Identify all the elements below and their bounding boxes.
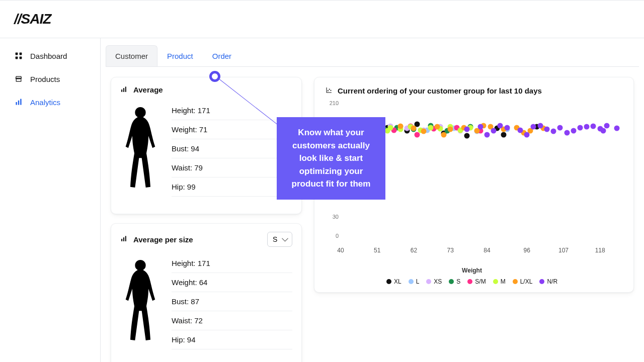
scatter-dot[interactable] bbox=[584, 124, 590, 130]
legend-item[interactable]: S/M bbox=[467, 278, 486, 285]
metric-row: Height: 171 bbox=[172, 101, 292, 120]
scatter-dot[interactable] bbox=[501, 132, 506, 137]
scatter-dot[interactable] bbox=[484, 132, 490, 137]
legend-item[interactable]: XL bbox=[386, 278, 401, 285]
card-average-per-size: Average per size S Height: 171Weight: 64 bbox=[111, 223, 302, 362]
legend-label: XL bbox=[394, 278, 401, 285]
scatter-dot[interactable] bbox=[441, 132, 446, 137]
scatter-dot[interactable] bbox=[411, 125, 417, 131]
tab-order[interactable]: Order bbox=[203, 45, 241, 66]
x-tick: 73 bbox=[447, 247, 454, 254]
tab-customer[interactable]: Customer bbox=[106, 45, 157, 66]
metric-row: Bust: 87 bbox=[172, 292, 292, 311]
scatter-dot[interactable] bbox=[428, 125, 433, 130]
scatter-dot[interactable] bbox=[571, 128, 576, 133]
card-title-text: Average per size bbox=[133, 235, 193, 244]
scatter-dot[interactable] bbox=[361, 125, 367, 130]
metrics-list: Height: 171Weight: 71Bust: 94Waist: 79Hi… bbox=[172, 101, 292, 204]
chart-x-axis: 405162738496107118 bbox=[341, 245, 623, 257]
main: Customer Product Order Average bbox=[101, 38, 644, 362]
body-silhouette-icon bbox=[120, 101, 160, 204]
scatter-dot[interactable] bbox=[614, 125, 619, 131]
scatter-dot[interactable] bbox=[591, 124, 596, 129]
x-tick: 96 bbox=[524, 247, 530, 254]
scatter-dot[interactable] bbox=[448, 127, 453, 132]
x-tick: 62 bbox=[411, 247, 417, 254]
size-select[interactable]: S bbox=[267, 232, 292, 247]
sidebar-item-label: Products bbox=[30, 75, 60, 83]
x-tick: 107 bbox=[558, 247, 569, 254]
scatter-dot[interactable] bbox=[398, 124, 404, 129]
y-tick: 30 bbox=[333, 214, 339, 220]
scatter-dot[interactable] bbox=[551, 129, 556, 134]
metrics-list: Height: 171Weight: 64Bust: 87Waist: 72Hi… bbox=[172, 254, 292, 356]
legend-item[interactable]: S bbox=[449, 278, 460, 285]
svg-rect-7 bbox=[121, 89, 122, 92]
scatter-dot[interactable] bbox=[368, 124, 373, 130]
scatter-dot[interactable] bbox=[355, 127, 360, 132]
legend-label: S bbox=[456, 278, 460, 285]
scatter-dot[interactable] bbox=[531, 124, 536, 130]
scatter-dot[interactable] bbox=[421, 129, 427, 134]
scatter-dot[interactable] bbox=[564, 130, 570, 135]
legend-item[interactable]: XS bbox=[426, 278, 442, 285]
y-tick: 0 bbox=[336, 233, 339, 239]
scatter-dot[interactable] bbox=[524, 132, 530, 137]
sidebar-item-label: Dashboard bbox=[30, 52, 67, 60]
scatter-dot[interactable] bbox=[498, 123, 503, 128]
legend-swatch-icon bbox=[449, 279, 454, 284]
bars-icon bbox=[14, 98, 23, 107]
scatter-dot[interactable] bbox=[491, 128, 497, 133]
svg-rect-2 bbox=[16, 57, 18, 59]
scatter-dot[interactable] bbox=[601, 128, 606, 133]
right-column: Current ordering of your customer group … bbox=[314, 77, 634, 362]
sidebar-item-analytics[interactable]: Analytics bbox=[0, 90, 100, 114]
legend-item[interactable]: M bbox=[493, 278, 506, 285]
sidebar-item-products[interactable]: Products bbox=[0, 67, 100, 90]
scatter-dot[interactable] bbox=[384, 128, 390, 133]
scatter-dot[interactable] bbox=[504, 125, 510, 130]
card-scatter: Current ordering of your customer group … bbox=[314, 77, 634, 293]
x-tick: 51 bbox=[374, 247, 380, 254]
card-title: Average bbox=[120, 85, 163, 94]
metric-row: Hip: 99 bbox=[172, 177, 292, 197]
layout: Dashboard Products Analytics Customer Pr… bbox=[0, 38, 644, 362]
metric-row: Hip: 94 bbox=[172, 330, 292, 349]
scatter-dot[interactable] bbox=[464, 133, 470, 139]
metric-row: Waist: 79 bbox=[172, 158, 292, 177]
scatter-dot[interactable] bbox=[557, 125, 563, 130]
card-title: Average per size bbox=[120, 235, 193, 244]
legend-item[interactable]: N/R bbox=[539, 278, 557, 285]
legend-item[interactable]: L bbox=[409, 278, 420, 285]
svg-rect-6 bbox=[20, 99, 21, 105]
scatter-dot[interactable] bbox=[537, 123, 543, 128]
legend-item[interactable]: L/XL bbox=[513, 278, 533, 285]
svg-point-15 bbox=[330, 90, 331, 91]
scatter-dot[interactable] bbox=[604, 123, 609, 128]
legend-swatch-icon bbox=[539, 279, 544, 284]
bars-icon bbox=[120, 86, 128, 94]
sidebar-item-dashboard[interactable]: Dashboard bbox=[0, 44, 100, 67]
size-select-wrap: S bbox=[267, 232, 292, 247]
scatter-dot[interactable] bbox=[544, 127, 549, 132]
svg-rect-10 bbox=[121, 239, 122, 241]
tab-product[interactable]: Product bbox=[157, 45, 203, 66]
chart-legend: XLLXSSS/MML/XLN/R bbox=[320, 278, 623, 285]
scatter-dot[interactable] bbox=[518, 127, 523, 133]
legend-label: S/M bbox=[475, 278, 486, 285]
svg-rect-3 bbox=[20, 57, 22, 59]
scatter-dot[interactable] bbox=[464, 127, 470, 132]
chart-plot[interactable] bbox=[341, 106, 623, 242]
legend-swatch-icon bbox=[493, 279, 498, 284]
store-icon bbox=[14, 74, 23, 83]
legend-swatch-icon bbox=[513, 279, 518, 284]
metric-row: Waist: 72 bbox=[172, 311, 292, 330]
scatter-dot[interactable] bbox=[477, 124, 483, 130]
scatter-dot[interactable] bbox=[374, 123, 380, 128]
svg-rect-4 bbox=[16, 102, 17, 105]
scatter-dot[interactable] bbox=[434, 124, 440, 130]
chart-x-label: Weight bbox=[320, 267, 623, 274]
scatter-dot[interactable] bbox=[578, 125, 583, 130]
svg-rect-12 bbox=[125, 236, 126, 241]
left-column: Average Height: 171Weight: 71Bust: 94Wai… bbox=[111, 77, 302, 362]
